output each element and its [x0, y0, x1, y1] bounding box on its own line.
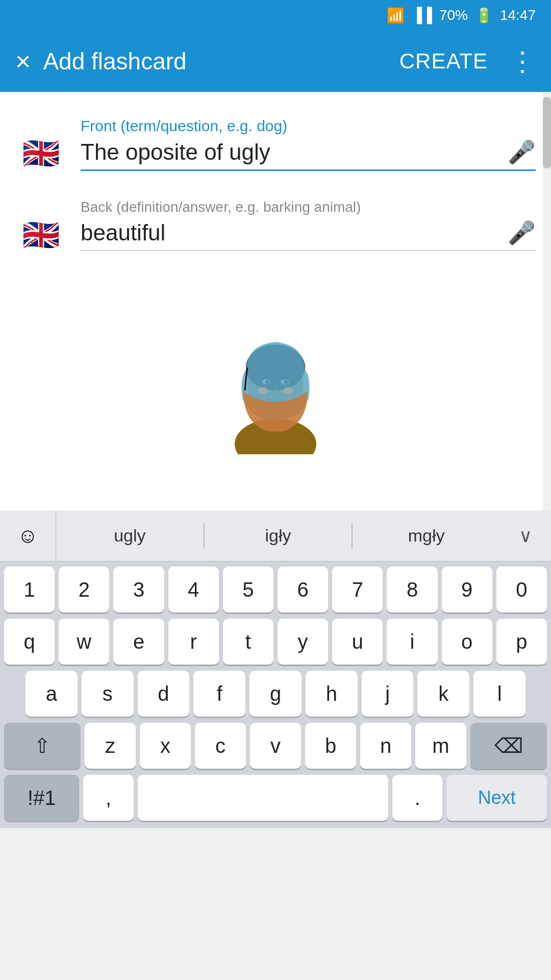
suggestions-list: ugly igły mgły — [56, 521, 500, 551]
key-u[interactable]: u — [332, 619, 383, 665]
space-key[interactable] — [138, 775, 388, 821]
svg-point-9 — [258, 387, 268, 394]
wifi-icon: 📶 — [387, 7, 405, 24]
number-row: 1 2 3 4 5 6 7 8 9 0 — [0, 561, 551, 616]
back-field-section: 🇬🇧 Back (definition/answer, e.g. barking… — [0, 189, 551, 271]
comma-key[interactable]: , — [83, 775, 133, 821]
key-y[interactable]: y — [278, 619, 328, 665]
key-t[interactable]: t — [223, 619, 273, 665]
back-field-input[interactable] — [81, 220, 502, 246]
key-m[interactable]: m — [415, 723, 466, 769]
qwerty-row-1: q w e r t y u i o p — [0, 616, 551, 668]
more-menu-button[interactable]: ⋮ — [509, 48, 536, 75]
key-n[interactable]: n — [360, 723, 411, 769]
key-0[interactable]: 0 — [496, 567, 547, 612]
front-language-flag: 🇬🇧 — [15, 128, 66, 179]
back-field-label: Back (definition/answer, e.g. barking an… — [81, 199, 536, 215]
front-field-wrapper: Front (term/question, e.g. dog) 🎤 — [81, 117, 536, 171]
key-h[interactable]: h — [306, 671, 358, 717]
suggestion-item-3[interactable]: mgły — [353, 521, 500, 551]
scrollbar-thumb[interactable] — [543, 97, 551, 168]
bottom-row: !#1 , . Next — [0, 772, 551, 828]
back-language-flag: 🇬🇧 — [15, 209, 66, 260]
front-mic-icon[interactable]: 🎤 — [508, 139, 536, 165]
battery-text: 70% — [439, 7, 468, 23]
content-area: 🇬🇧 Front (term/question, e.g. dog) 🎤 🇬🇧 … — [0, 92, 551, 510]
toolbar-title: Add flashcard — [43, 47, 387, 75]
key-3[interactable]: 3 — [113, 567, 164, 612]
chevron-down-icon: ∨ — [519, 525, 532, 547]
sym-key[interactable]: !#1 — [4, 775, 79, 821]
qwerty-row-2: a s d f g h j k l — [0, 668, 551, 720]
key-f[interactable]: f — [193, 671, 245, 717]
period-key[interactable]: . — [392, 775, 442, 821]
key-w[interactable]: w — [59, 619, 109, 665]
front-field-row: 🎤 — [81, 139, 536, 171]
keyboard-area: ☺ ugly igły mgły ∨ 1 2 3 4 5 6 7 8 9 0 q… — [0, 510, 551, 828]
front-field-input[interactable] — [81, 139, 502, 165]
key-e[interactable]: e — [113, 619, 164, 665]
key-k[interactable]: k — [417, 671, 469, 717]
front-field-label: Front (term/question, e.g. dog) — [81, 117, 536, 135]
key-2[interactable]: 2 — [59, 567, 109, 612]
key-x[interactable]: x — [140, 723, 191, 769]
key-o[interactable]: o — [442, 619, 492, 665]
status-bar: 📶 ▐▐ 70% 🔋 14:47 — [0, 0, 551, 31]
back-field-wrapper: Back (definition/answer, e.g. barking an… — [81, 199, 536, 251]
key-c[interactable]: c — [195, 723, 246, 769]
key-g[interactable]: g — [249, 671, 302, 717]
key-d[interactable]: d — [138, 671, 190, 717]
flashcard-image — [204, 311, 347, 454]
signal-icon: ▐▐ — [412, 7, 432, 23]
time-text: 14:47 — [500, 7, 536, 23]
suggestions-bar: ☺ ugly igły mgły ∨ — [0, 510, 551, 561]
key-b[interactable]: b — [305, 723, 356, 769]
key-i[interactable]: i — [387, 619, 437, 665]
emoji-button[interactable]: ☺ — [0, 510, 56, 561]
qwerty-row-3: ⇧ z x c v b n m ⌫ — [0, 720, 551, 772]
suggestion-item-1[interactable]: ugly — [56, 521, 204, 551]
key-8[interactable]: 8 — [387, 567, 437, 612]
backspace-key[interactable]: ⌫ — [470, 723, 547, 769]
battery-icon: 🔋 — [475, 7, 493, 24]
svg-point-10 — [283, 387, 293, 394]
back-field-row: 🎤 — [81, 219, 536, 251]
key-j[interactable]: j — [362, 671, 414, 717]
key-q[interactable]: q — [4, 619, 55, 665]
flashcard-image-area — [0, 271, 551, 495]
key-5[interactable]: 5 — [223, 567, 273, 612]
key-v[interactable]: v — [250, 723, 301, 769]
expand-suggestions-button[interactable]: ∨ — [500, 525, 551, 547]
emoji-icon: ☺ — [17, 524, 38, 547]
key-a[interactable]: a — [26, 671, 78, 717]
key-s[interactable]: s — [82, 671, 134, 717]
key-7[interactable]: 7 — [332, 567, 383, 612]
back-mic-icon[interactable]: 🎤 — [508, 219, 536, 246]
create-button[interactable]: CREATE — [399, 49, 488, 74]
front-field-section: 🇬🇧 Front (term/question, e.g. dog) 🎤 — [0, 107, 551, 189]
key-p[interactable]: p — [496, 619, 547, 665]
key-9[interactable]: 9 — [442, 567, 492, 612]
key-1[interactable]: 1 — [4, 567, 55, 612]
key-z[interactable]: z — [85, 723, 136, 769]
key-r[interactable]: r — [168, 619, 219, 665]
key-6[interactable]: 6 — [278, 567, 328, 612]
suggestion-item-2[interactable]: igły — [205, 521, 352, 551]
scrollbar[interactable] — [543, 92, 551, 510]
shift-key[interactable]: ⇧ — [4, 723, 81, 769]
app-toolbar: × Add flashcard CREATE ⋮ — [0, 31, 551, 92]
key-4[interactable]: 4 — [168, 567, 219, 612]
key-l[interactable]: l — [473, 671, 525, 717]
next-key[interactable]: Next — [446, 775, 547, 821]
close-button[interactable]: × — [15, 48, 31, 75]
